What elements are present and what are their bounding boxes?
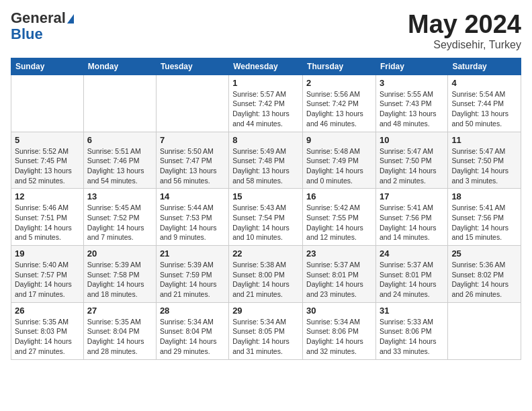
cell-day-number: 15 <box>232 191 299 201</box>
calendar-week-row: 26Sunrise: 5:35 AMSunset: 8:03 PMDayligh… <box>11 302 521 359</box>
cell-info-line: Daylight: 14 hours and 14 minutes. <box>380 223 444 242</box>
calendar-cell: 16Sunrise: 5:42 AMSunset: 7:55 PMDayligh… <box>303 189 376 246</box>
cell-day-number: 8 <box>232 135 299 145</box>
cell-info-line: Sunrise: 5:45 AM <box>87 203 152 213</box>
cell-info-line: Daylight: 14 hours and 33 minutes. <box>380 336 444 356</box>
calendar-cell: 9Sunrise: 5:48 AMSunset: 7:49 PMDaylight… <box>303 132 376 189</box>
cell-info: Sunrise: 5:40 AMSunset: 7:57 PMDaylight:… <box>15 260 80 300</box>
cell-info: Sunrise: 5:51 AMSunset: 7:46 PMDaylight:… <box>87 146 152 186</box>
cell-day-number: 30 <box>306 306 372 316</box>
calendar-cell: 18Sunrise: 5:41 AMSunset: 7:56 PMDayligh… <box>448 189 521 246</box>
cell-info-line: Sunrise: 5:54 AM <box>451 89 517 99</box>
cell-info-line: Sunrise: 5:34 AM <box>306 317 372 327</box>
cell-day-number: 18 <box>451 191 517 201</box>
calendar-header-tuesday: Tuesday <box>156 58 228 75</box>
calendar-cell <box>156 75 228 132</box>
logo: General Blue <box>11 11 74 43</box>
cell-info-line: Daylight: 14 hours and 29 minutes. <box>160 336 225 356</box>
cell-info-line: Daylight: 14 hours and 31 minutes. <box>232 336 299 356</box>
calendar-header-monday: Monday <box>83 58 156 75</box>
cell-info-line: Sunset: 7:47 PM <box>160 156 225 166</box>
calendar-header-row: SundayMondayTuesdayWednesdayThursdayFrid… <box>11 58 521 75</box>
calendar-header-friday: Friday <box>375 58 447 75</box>
calendar-cell: 22Sunrise: 5:38 AMSunset: 8:00 PMDayligh… <box>229 246 303 303</box>
calendar-cell: 1Sunrise: 5:57 AMSunset: 7:42 PMDaylight… <box>229 75 303 132</box>
calendar-cell <box>83 75 156 132</box>
title-block: May 2024 Seydisehir, Turkey <box>408 11 521 51</box>
cell-info-line: Sunset: 8:01 PM <box>306 270 372 280</box>
calendar-cell: 10Sunrise: 5:47 AMSunset: 7:50 PMDayligh… <box>375 132 447 189</box>
cell-info: Sunrise: 5:36 AMSunset: 8:02 PMDaylight:… <box>451 260 517 300</box>
calendar-header-thursday: Thursday <box>303 58 376 75</box>
cell-info: Sunrise: 5:35 AMSunset: 8:04 PMDaylight:… <box>87 317 152 357</box>
cell-info-line: Daylight: 14 hours and 24 minutes. <box>380 279 444 299</box>
cell-day-number: 25 <box>451 248 517 259</box>
cell-info: Sunrise: 5:37 AMSunset: 8:01 PMDaylight:… <box>306 260 372 300</box>
cell-info-line: Sunset: 8:00 PM <box>232 270 299 280</box>
cell-day-number: 12 <box>15 191 80 201</box>
cell-info: Sunrise: 5:49 AMSunset: 7:48 PMDaylight:… <box>232 146 299 186</box>
cell-info-line: Daylight: 13 hours and 44 minutes. <box>232 109 299 128</box>
cell-day-number: 3 <box>380 78 444 88</box>
cell-info-line: Sunset: 8:04 PM <box>87 326 152 336</box>
cell-day-number: 2 <box>306 78 372 88</box>
calendar-cell: 7Sunrise: 5:50 AMSunset: 7:47 PMDaylight… <box>156 132 228 189</box>
cell-day-number: 20 <box>87 248 152 259</box>
cell-info: Sunrise: 5:41 AMSunset: 7:56 PMDaylight:… <box>451 203 517 242</box>
cell-day-number: 24 <box>380 248 444 259</box>
cell-info-line: Sunrise: 5:43 AM <box>232 203 299 213</box>
cell-info-line: Daylight: 14 hours and 18 minutes. <box>87 279 152 299</box>
cell-info-line: Daylight: 13 hours and 48 minutes. <box>380 109 444 128</box>
cell-day-number: 1 <box>232 78 299 88</box>
cell-info-line: Sunset: 7:55 PM <box>306 213 372 223</box>
cell-info-line: Daylight: 14 hours and 23 minutes. <box>306 279 372 299</box>
cell-info-line: Sunset: 7:46 PM <box>87 156 152 166</box>
calendar-cell: 2Sunrise: 5:56 AMSunset: 7:42 PMDaylight… <box>303 75 376 132</box>
cell-info-line: Sunset: 7:53 PM <box>160 213 225 223</box>
cell-info-line: Daylight: 13 hours and 46 minutes. <box>306 109 372 128</box>
calendar-cell: 19Sunrise: 5:40 AMSunset: 7:57 PMDayligh… <box>11 246 84 303</box>
cell-info: Sunrise: 5:48 AMSunset: 7:49 PMDaylight:… <box>306 146 372 186</box>
cell-info-line: Daylight: 13 hours and 58 minutes. <box>232 166 299 185</box>
calendar-header-wednesday: Wednesday <box>229 58 303 75</box>
cell-info-line: Sunset: 8:04 PM <box>160 326 225 336</box>
cell-info-line: Sunset: 7:56 PM <box>451 213 517 223</box>
cell-info-line: Sunrise: 5:52 AM <box>15 146 80 156</box>
header: General Blue May 2024 Seydisehir, Turkey <box>11 11 521 51</box>
calendar-cell: 12Sunrise: 5:46 AMSunset: 7:51 PMDayligh… <box>11 189 84 246</box>
calendar-cell: 17Sunrise: 5:41 AMSunset: 7:56 PMDayligh… <box>375 189 447 246</box>
calendar-cell: 5Sunrise: 5:52 AMSunset: 7:45 PMDaylight… <box>11 132 84 189</box>
cell-info-line: Sunrise: 5:33 AM <box>380 317 444 327</box>
cell-info-line: Daylight: 14 hours and 21 minutes. <box>160 279 225 299</box>
calendar-week-row: 12Sunrise: 5:46 AMSunset: 7:51 PMDayligh… <box>11 189 521 246</box>
page: General Blue May 2024 Seydisehir, Turkey… <box>0 0 532 367</box>
calendar-header-saturday: Saturday <box>448 58 521 75</box>
calendar-title: May 2024 <box>408 11 521 39</box>
calendar-cell: 25Sunrise: 5:36 AMSunset: 8:02 PMDayligh… <box>448 246 521 303</box>
cell-info: Sunrise: 5:41 AMSunset: 7:56 PMDaylight:… <box>380 203 444 242</box>
logo-general-text: General <box>11 11 66 26</box>
cell-info: Sunrise: 5:54 AMSunset: 7:44 PMDaylight:… <box>451 89 517 129</box>
cell-info: Sunrise: 5:52 AMSunset: 7:45 PMDaylight:… <box>15 146 80 186</box>
cell-info-line: Sunrise: 5:57 AM <box>232 89 299 99</box>
cell-info-line: Sunset: 7:44 PM <box>451 99 517 109</box>
cell-day-number: 29 <box>232 306 299 316</box>
cell-info-line: Sunset: 7:52 PM <box>87 213 152 223</box>
cell-info-line: Sunrise: 5:35 AM <box>15 317 80 327</box>
cell-info-line: Daylight: 14 hours and 21 minutes. <box>232 279 299 299</box>
cell-info: Sunrise: 5:55 AMSunset: 7:43 PMDaylight:… <box>380 89 444 129</box>
cell-info-line: Sunrise: 5:34 AM <box>232 317 299 327</box>
cell-info: Sunrise: 5:37 AMSunset: 8:01 PMDaylight:… <box>380 260 444 300</box>
cell-info: Sunrise: 5:34 AMSunset: 8:06 PMDaylight:… <box>306 317 372 357</box>
cell-info: Sunrise: 5:33 AMSunset: 8:06 PMDaylight:… <box>380 317 444 357</box>
calendar-cell: 6Sunrise: 5:51 AMSunset: 7:46 PMDaylight… <box>83 132 156 189</box>
cell-info-line: Sunrise: 5:39 AM <box>160 260 225 270</box>
calendar-cell: 24Sunrise: 5:37 AMSunset: 8:01 PMDayligh… <box>375 246 447 303</box>
cell-day-number: 23 <box>306 248 372 259</box>
cell-info-line: Daylight: 14 hours and 9 minutes. <box>160 223 225 242</box>
cell-info-line: Sunset: 8:03 PM <box>15 326 80 336</box>
cell-info-line: Sunrise: 5:40 AM <box>15 260 80 270</box>
calendar-cell: 14Sunrise: 5:44 AMSunset: 7:53 PMDayligh… <box>156 189 228 246</box>
calendar-cell: 8Sunrise: 5:49 AMSunset: 7:48 PMDaylight… <box>229 132 303 189</box>
calendar-location: Seydisehir, Turkey <box>408 39 521 51</box>
